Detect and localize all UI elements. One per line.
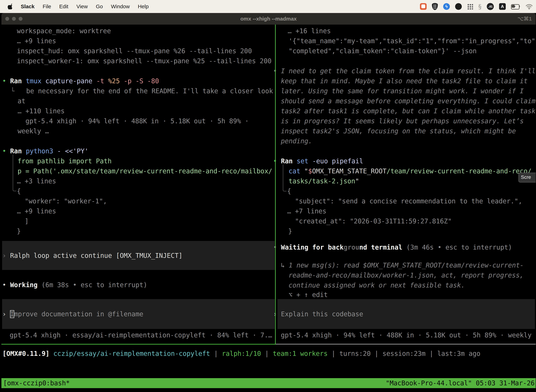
squiggle-icon[interactable]: § xyxy=(478,3,482,10)
terminal-line: inspect_worker-1: omx sparkshell --tmux-… xyxy=(17,56,272,66)
output-connector-right xyxy=(283,165,287,191)
terminal-line: } xyxy=(288,226,292,236)
terminal-line: ] xyxy=(17,216,29,226)
terminal-line: inspect task2's JSON, focusing on the st… xyxy=(281,126,516,136)
menu-help[interactable]: Help xyxy=(138,4,149,9)
terminal-line: readme-and-reco/mailbox/worker-1.json, a… xyxy=(289,270,524,280)
terminal-line: task2 after task1 is complete, but can I… xyxy=(281,106,536,116)
terminal-line: ⌥ + ↑ edit xyxy=(289,290,328,300)
terminal-line: gpt-5.4 xhigh · essay/ai-reimplementatio… xyxy=(10,330,272,340)
terminal-line: "subject": "send a concise recommendatio… xyxy=(287,196,522,206)
chat-app-icon[interactable] xyxy=(420,3,427,10)
terminal-line: gpt-5.4 xhigh · 94% left · 488K in · 5.1… xyxy=(281,330,536,340)
menu-view[interactable]: View xyxy=(76,4,88,9)
battery-charging-icon[interactable]: ϟ xyxy=(511,4,520,9)
battery-nub xyxy=(519,5,520,7)
menu-edit[interactable]: Edit xyxy=(59,4,68,9)
menu-item-list: SlackFileEditViewGoWindowHelp xyxy=(21,4,148,9)
terminal-content[interactable]: workspace_mode: worktree… +9 linesinspec… xyxy=(1,25,536,392)
terminal-line: … +3 lines xyxy=(17,176,56,186)
menu-slack[interactable]: Slack xyxy=(21,4,34,9)
terminal-line: • Ran set -euo pipefail xyxy=(273,156,363,166)
omx-status-line: [OMX#0.11.9] cczip/essay/ai-reimplementa… xyxy=(2,349,480,359)
terminal-line: › Explain this codebase xyxy=(273,309,363,319)
terminal-line: cat "$OMX_TEAM_STATE_ROOT/team/review-cu… xyxy=(289,166,531,176)
window-titlebar: omx --xhigh --madmax ⌥⌘1 xyxy=(1,13,536,25)
terminal-line: p = Path('.omx/state/team/review-current… xyxy=(18,166,272,176)
terminal-line: weekly … xyxy=(18,126,49,136)
terminal-line: inspect_hud: omx sparkshell --tmux-pane … xyxy=(17,46,252,56)
tmux-session-label: [omx-cczip0:bash* xyxy=(3,378,70,388)
keyboard-layout-icon[interactable]: A xyxy=(499,3,506,10)
terminal-line: … +16 lines xyxy=(288,26,331,36)
shield-grid-icon[interactable] xyxy=(432,3,438,10)
terminal-line: later. Using the same for transition mig… xyxy=(281,86,524,96)
terminal-line: • Working (6m 38s • esc to interrupt) xyxy=(2,280,147,290)
window-shortcut-badge: ⌥⌘1 xyxy=(517,13,532,25)
terminal-window: omx --xhigh --madmax ⌥⌘1 workspace_mode:… xyxy=(1,13,536,392)
terminal-line: • I need to get the claim token from the… xyxy=(273,66,536,76)
window-title: omx --xhigh --madmax xyxy=(1,13,536,25)
tmux-status-bar: [omx-cczip0:bash* "MacBook-Pro-44.local"… xyxy=(1,378,536,388)
terminal-line: keep that in mind. Maybe I also need the… xyxy=(281,76,527,86)
terminal-line: } xyxy=(17,226,21,236)
blue-bolt-icon[interactable]: ϟ xyxy=(443,3,450,10)
terminal-line: from pathlib import Path xyxy=(18,156,112,166)
menu-status-icons: ϟ § ..61 A ϟ xyxy=(420,3,536,10)
menu-bar: SlackFileEditViewGoWindowHelp ϟ § ..61 A… xyxy=(0,0,536,13)
terminal-line: pending. xyxy=(281,136,312,146)
terminal-line: { xyxy=(287,186,291,196)
terminal-line: └ be necessary for the end of the README… xyxy=(10,86,273,96)
terminal-line: › Improve documentation in @filename xyxy=(2,309,143,319)
terminal-line: is in progress? It seems likely but perh… xyxy=(281,116,524,126)
badge-61-icon[interactable]: ..61 xyxy=(487,3,494,10)
terminal-line: • Waiting for background terminal (3m 46… xyxy=(273,242,512,252)
battery-bolt-icon: ϟ xyxy=(513,4,515,9)
menu-window[interactable]: Window xyxy=(111,4,130,9)
terminal-line: at xyxy=(18,96,25,106)
terminal-line: workspace_mode: worktree xyxy=(17,26,111,36)
pane-separator-horizontal[interactable] xyxy=(276,344,536,344)
terminal-line: tasks/task-2.json" xyxy=(289,176,359,186)
menu-go[interactable]: Go xyxy=(96,4,103,9)
terminal-line: • Ran tmux capture-pane -t %25 -p -S -80 xyxy=(2,76,159,86)
terminal-line: … +110 lines xyxy=(18,106,65,116)
shield-dots xyxy=(433,5,436,9)
terminal-line: "created_at": "2026-03-31T11:59:27.816Z" xyxy=(287,216,452,226)
dark-crescent-icon[interactable] xyxy=(455,3,462,10)
screenshot-tooltip: Scre xyxy=(518,173,536,182)
terminal-line: '{"team_name":"my-team","task_id":"1","f… xyxy=(289,36,536,46)
dot-grid-icon[interactable] xyxy=(467,4,473,9)
pane-separator-horizontal-active[interactable] xyxy=(1,344,276,345)
terminal-line: "worker": "worker-1", xyxy=(17,196,107,206)
tmux-host-clock-label: "MacBook-Pro-44.local" 05:03 31-Mar-26 xyxy=(386,378,535,388)
pane-separator-vertical[interactable] xyxy=(275,25,276,344)
menu-file[interactable]: File xyxy=(43,4,51,9)
terminal-line: { xyxy=(17,186,21,196)
terminal-line: … +7 lines xyxy=(287,206,326,216)
terminal-line: … +9 lines xyxy=(17,206,56,216)
wifi-icon[interactable] xyxy=(526,4,533,9)
terminal-line: • Ran python3 - <<'PY' xyxy=(2,146,88,156)
terminal-line: … +9 lines xyxy=(17,36,56,46)
terminal-line: "completed","claim_token":"claim-token"}… xyxy=(289,46,477,56)
output-connector-left xyxy=(13,154,16,191)
terminal-line: should send a message before completing … xyxy=(281,96,536,106)
terminal-line: ↳ 1 new msg(s): read $OMX_TEAM_STATE_ROO… xyxy=(281,260,524,270)
terminal-line: › Ralph loop active continue [OMX_TMUX_I… xyxy=(2,251,182,261)
terminal-line: continue assigned work or next feasible … xyxy=(289,280,465,290)
apple-icon[interactable] xyxy=(7,3,13,10)
terminal-line: gpt-5.4 xhigh · 94% left · 488K in · 5.1… xyxy=(25,116,249,126)
